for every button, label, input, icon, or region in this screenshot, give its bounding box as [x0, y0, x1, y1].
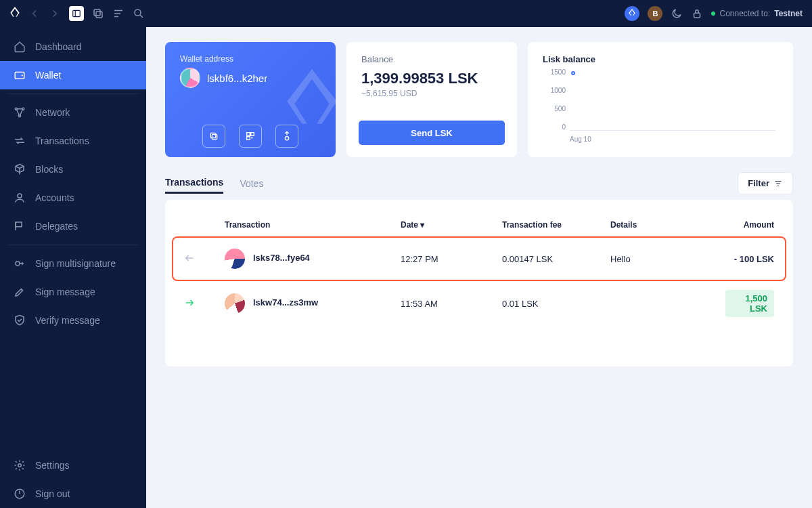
svg-rect-19	[212, 134, 217, 139]
accounts-icon	[14, 192, 26, 204]
col-fee: Transaction fee	[502, 220, 610, 230]
tx-amount: 1,500 LSK	[725, 290, 774, 317]
svg-rect-0	[73, 10, 81, 16]
sidebar-item-sign-multisig[interactable]: Sign multisignature	[0, 249, 146, 278]
svg-point-4	[135, 9, 141, 16]
svg-rect-21	[247, 133, 250, 136]
sidebar-item-settings[interactable]: Settings	[0, 451, 146, 480]
gear-icon	[14, 459, 26, 471]
sidebar-item-label: Settings	[35, 460, 70, 471]
sidebar-item-signout[interactable]: Sign out	[0, 480, 146, 508]
svg-rect-24	[251, 137, 252, 138]
svg-rect-22	[251, 133, 254, 136]
lisk-balance-chart-card: Lisk balance 1500 1000 500 0 Aug 10	[528, 42, 793, 157]
filter-icon	[773, 179, 783, 188]
sidebar-item-label: Dashboard	[35, 41, 82, 52]
sidebar-item-blocks[interactable]: Blocks	[0, 155, 146, 184]
sidebar-item-label: Wallet	[35, 70, 61, 81]
sidebar-item-dashboard[interactable]: Dashboard	[0, 33, 146, 61]
svg-rect-13	[16, 222, 22, 227]
wallet-icon	[14, 69, 26, 81]
tx-date: 12:27 PM	[401, 254, 502, 264]
tx-fee: 0.01 LSK	[502, 299, 610, 309]
tab-transactions[interactable]: Transactions	[165, 173, 223, 194]
nav-forward-icon[interactable]	[49, 7, 61, 20]
table-row[interactable]: lskw74...zs3mw 11:53 AM 0.01 LSK 1,500 L…	[165, 281, 793, 326]
sidebar-item-label: Delegates	[35, 221, 78, 232]
moon-icon[interactable]	[671, 7, 683, 20]
token-badge-btc[interactable]: B	[648, 6, 662, 21]
search-icon[interactable]	[133, 7, 145, 20]
svg-point-11	[19, 115, 21, 117]
tx-fee: 0.00147 LSK	[502, 254, 610, 264]
request-button[interactable]	[275, 125, 298, 148]
token-badge-lsk[interactable]	[625, 6, 639, 21]
copy-icon[interactable]	[92, 7, 104, 20]
x-tick: Aug 10	[570, 135, 591, 143]
multisig-icon	[14, 257, 26, 270]
sidebar-item-label: Network	[35, 107, 70, 118]
lisk-logo-icon	[9, 7, 20, 20]
sidebar-item-label: Sign multisignature	[35, 258, 116, 269]
table-row[interactable]: lsks78...fye64 12:27 PM 0.00147 LSK Hell…	[165, 236, 793, 281]
sidebar-item-label: Transactions	[35, 135, 89, 146]
svg-line-5	[140, 15, 143, 18]
sidebar-item-network[interactable]: Network	[0, 98, 146, 127]
sidebar-toggle-button[interactable]	[69, 6, 84, 21]
col-date[interactable]: Date ▾	[401, 220, 502, 230]
sidebar-item-label: Sign message	[35, 287, 95, 297]
tx-details: Hello	[610, 254, 725, 264]
tx-counterparty: lsks78...fye64	[253, 253, 310, 263]
balance-label: Balance	[361, 54, 502, 64]
svg-point-16	[18, 464, 22, 467]
list-icon[interactable]	[112, 7, 125, 20]
wallet-address-label: Wallet address	[180, 54, 321, 64]
send-lsk-button[interactable]: Send LSK	[359, 121, 505, 145]
sidebar-item-sign-message[interactable]: Sign message	[0, 278, 146, 306]
tx-avatar	[225, 249, 245, 269]
svg-point-15	[16, 261, 20, 266]
connection-status: Connected to: Testnet	[711, 9, 803, 18]
sidebar-item-delegates[interactable]: Delegates	[0, 212, 146, 240]
copy-address-button[interactable]	[202, 125, 225, 148]
sign-message-icon	[14, 286, 26, 298]
filter-button[interactable]: Filter	[738, 172, 793, 194]
lock-icon[interactable]	[691, 7, 703, 20]
svg-point-25	[285, 137, 288, 140]
svg-point-8	[22, 75, 23, 76]
y-tick: 1000	[543, 87, 566, 94]
qr-code-button[interactable]	[239, 125, 262, 148]
svg-rect-20	[210, 133, 215, 137]
filter-label: Filter	[748, 178, 769, 188]
wallet-address-value: lskbf6...k2her	[207, 72, 267, 84]
connected-label: Connected to:	[719, 9, 770, 18]
sidebar-item-wallet[interactable]: Wallet	[0, 61, 146, 89]
sort-desc-icon: ▾	[420, 220, 424, 230]
sidebar-item-label: Accounts	[35, 192, 74, 203]
balance-amount: 1,399.99853 LSK	[361, 70, 502, 87]
verify-icon	[14, 314, 26, 326]
nav-back-icon[interactable]	[28, 7, 41, 20]
balance-card: Balance 1,399.99853 LSK ~5,615.95 USD Se…	[346, 42, 517, 157]
power-icon	[14, 488, 26, 500]
tx-date: 11:53 AM	[401, 299, 502, 309]
balance-usd: ~5,615.95 USD	[361, 89, 502, 98]
sidebar-item-transactions[interactable]: Transactions	[0, 127, 146, 155]
network-icon	[14, 106, 26, 119]
wallet-avatar	[180, 68, 200, 88]
col-details: Details	[610, 220, 725, 230]
sidebar: Dashboard Wallet Network Transactions Bl…	[0, 27, 146, 508]
status-dot-icon	[711, 12, 715, 16]
chart-area: 1500 1000 500 0 Aug 10	[543, 68, 778, 143]
svg-rect-6	[694, 13, 700, 18]
sidebar-item-accounts[interactable]: Accounts	[0, 184, 146, 212]
svg-point-12	[18, 194, 22, 198]
sidebar-item-verify-message[interactable]: Verify message	[0, 306, 146, 335]
tab-votes[interactable]: Votes	[240, 174, 263, 193]
wallet-address-card: Wallet address lskbf6...k2her	[165, 42, 336, 157]
col-amount: Amount	[725, 220, 774, 230]
y-tick: 0	[543, 123, 566, 131]
arrow-out-icon	[184, 253, 195, 263]
sidebar-item-label: Blocks	[35, 164, 63, 175]
chart-data-point	[571, 71, 575, 75]
